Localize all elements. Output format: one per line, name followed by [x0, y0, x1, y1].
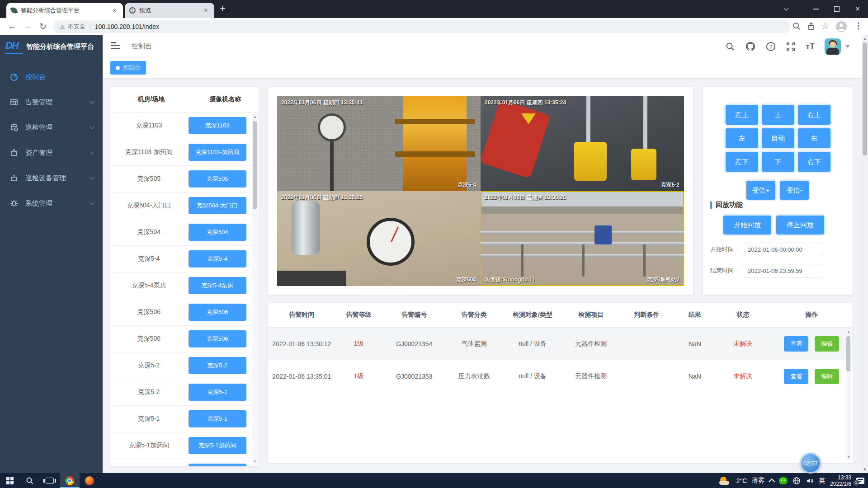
- browser-menu-kebab-icon[interactable]: ⋮: [854, 21, 863, 31]
- user-avatar[interactable]: [825, 38, 841, 55]
- camera-panel: 机房/场地 摄像机名称 克深1103克深1103 克深1103-加药间克深110…: [110, 87, 259, 466]
- stop-playback-button[interactable]: 停止回放: [776, 216, 824, 235]
- notification-center-icon[interactable]: 1: [856, 478, 864, 484]
- start-button[interactable]: [0, 473, 20, 488]
- camera-select-button[interactable]: 克深506: [189, 330, 246, 347]
- scroll-down-icon[interactable]: ▼: [862, 466, 868, 473]
- tab-search-chevron-icon[interactable]: [776, 0, 797, 18]
- help-icon[interactable]: ?: [766, 42, 776, 52]
- table-scrollbar[interactable]: ▲ ▼: [846, 329, 851, 460]
- recording-timer-badge[interactable]: 02:57: [800, 453, 821, 474]
- zoom-out-button[interactable]: 变倍-: [780, 181, 809, 200]
- font-size-icon[interactable]: тT: [806, 42, 815, 52]
- camera-select-button[interactable]: 克深5-4泵房: [189, 277, 246, 294]
- tab-close-icon[interactable]: ×: [110, 7, 118, 14]
- page-scrollbar[interactable]: ▲ ▼: [862, 35, 868, 473]
- camera-list-scrollbar[interactable]: ▲ ▼: [252, 114, 258, 465]
- camera-select-button[interactable]: 克深5-4: [189, 250, 246, 267]
- ptz-up-right-button[interactable]: 右上: [798, 105, 830, 125]
- hamburger-icon[interactable]: [111, 42, 120, 50]
- network-globe-icon[interactable]: [793, 477, 801, 485]
- tray-expand-chevron-icon[interactable]: [769, 478, 775, 484]
- weather-icon[interactable]: [719, 477, 729, 485]
- ptz-up-button[interactable]: 上: [762, 105, 794, 125]
- sidebar-item-asset-mgmt[interactable]: 资产管理: [0, 140, 103, 165]
- zoom-icon[interactable]: [792, 22, 801, 31]
- camera-select-button[interactable]: 克深504: [189, 224, 246, 241]
- scroll-down-icon[interactable]: ▼: [846, 455, 851, 459]
- browser-tab-platform[interactable]: 智能分析综合管理平台 ×: [6, 3, 123, 18]
- taskbar-chrome-icon[interactable]: [60, 473, 80, 488]
- scrollbar-thumb[interactable]: [253, 121, 257, 209]
- bookmark-star-icon[interactable]: ☆: [821, 21, 829, 31]
- sidebar-item-patrol-device-mgmt[interactable]: 巡检设备管理: [0, 165, 103, 191]
- zoom-in-button[interactable]: 变倍+: [746, 181, 775, 200]
- scroll-up-icon[interactable]: ▲: [846, 330, 851, 334]
- view-tag-console[interactable]: 控制台: [110, 61, 146, 75]
- ptz-down-right-button[interactable]: 右下: [798, 152, 830, 172]
- camera-select-button[interactable]: 克深5-2: [189, 384, 246, 401]
- edit-button[interactable]: 编辑: [815, 336, 839, 352]
- sidebar-item-patrol-mgmt[interactable]: 巡检管理: [0, 115, 103, 140]
- sidebar-item-alarm-mgmt[interactable]: 告警管理: [0, 89, 103, 115]
- ptz-auto-button[interactable]: 自动: [762, 128, 794, 148]
- scrollbar-thumb[interactable]: [846, 336, 850, 371]
- video-feed-2[interactable]: 2022年01月06日 星期四 13:35:24 克深5-2: [481, 96, 684, 191]
- ptz-down-button[interactable]: 下: [762, 152, 794, 172]
- camera-select-button[interactable]: 克深5-2: [189, 357, 246, 374]
- taskbar-search-icon[interactable]: [20, 473, 40, 488]
- end-time-input[interactable]: [743, 264, 823, 277]
- view-button[interactable]: 查看: [784, 336, 808, 352]
- tab-close-icon[interactable]: ×: [202, 7, 210, 14]
- camera-select-button[interactable]: 克深504-大门口: [189, 197, 246, 214]
- window-minimize-button[interactable]: [806, 0, 826, 18]
- browser-profile-avatar[interactable]: [835, 21, 847, 33]
- new-tab-button[interactable]: +: [220, 4, 226, 14]
- browser-tab-preview[interactable]: 预览 ×: [125, 3, 214, 18]
- camera-select-button[interactable]: 克深505: [189, 170, 246, 188]
- taskbar-clock[interactable]: 13:33 2022/1/6: [830, 474, 851, 487]
- window-maximize-button[interactable]: [826, 0, 847, 18]
- github-icon[interactable]: [745, 41, 756, 52]
- reload-icon[interactable]: ↻: [37, 21, 49, 32]
- fullscreen-icon[interactable]: [786, 42, 796, 52]
- ptz-down-left-button[interactable]: 左下: [726, 152, 758, 172]
- scroll-down-icon[interactable]: ▼: [252, 460, 258, 464]
- share-icon[interactable]: [807, 22, 816, 31]
- input-language-indicator[interactable]: 英: [819, 477, 825, 485]
- ptz-left-button[interactable]: 左: [726, 128, 758, 148]
- camera-select-button[interactable]: 克深1103: [189, 117, 246, 134]
- sidebar-item-console[interactable]: 控制台: [0, 64, 103, 89]
- camera-select-button[interactable]: 克深5-1加药间: [189, 437, 246, 454]
- camera-select-button[interactable]: 克深506: [189, 304, 246, 321]
- window-close-button[interactable]: ×: [847, 0, 868, 18]
- start-playback-button[interactable]: 开始回放: [723, 216, 771, 235]
- camera-select-button[interactable]: 克深5-1泵房: [189, 464, 246, 466]
- scroll-up-icon[interactable]: ▲: [862, 36, 868, 42]
- taskbar-app-icon[interactable]: [80, 473, 99, 488]
- avatar-caret-down-icon[interactable]: [845, 45, 850, 48]
- weather-desc[interactable]: 薄雾: [752, 477, 764, 485]
- weather-temp[interactable]: -2°C: [734, 477, 747, 484]
- view-button[interactable]: 查看: [784, 369, 808, 384]
- search-icon[interactable]: [725, 42, 735, 52]
- start-time-input[interactable]: [743, 243, 823, 256]
- scrollbar-thumb[interactable]: [863, 42, 867, 155]
- wechat-icon[interactable]: [779, 477, 788, 484]
- scroll-up-icon[interactable]: ▲: [252, 115, 258, 119]
- forward-icon[interactable]: →: [22, 21, 33, 31]
- edit-button[interactable]: 编辑: [815, 369, 839, 384]
- ptz-right-button[interactable]: 右: [798, 128, 830, 148]
- camera-row: 克深504克深504: [110, 219, 259, 246]
- volume-icon[interactable]: [806, 477, 814, 485]
- camera-select-button[interactable]: 克深1103-加药间: [189, 144, 246, 161]
- back-icon[interactable]: ←: [6, 21, 18, 31]
- camera-select-button[interactable]: 克深5-1: [189, 410, 246, 427]
- address-bar[interactable]: ⚠ 不安全 100.100.200.101/index: [53, 20, 790, 33]
- sidebar-item-system-mgmt[interactable]: 系统管理: [0, 191, 103, 216]
- video-feed-3[interactable]: 2022年01月06日 星期四 13:35:25 克深504: [277, 191, 481, 286]
- video-feed-1[interactable]: 2022年01月06日 星期四 13:35:41 克深5-4: [277, 96, 481, 191]
- ptz-up-left-button[interactable]: 左上: [726, 105, 758, 125]
- task-view-icon[interactable]: [40, 473, 60, 488]
- video-feed-4-selected[interactable]: 2022年01月06日 星期四 13:35:25 浓度值:${nongdu.1}…: [481, 191, 684, 286]
